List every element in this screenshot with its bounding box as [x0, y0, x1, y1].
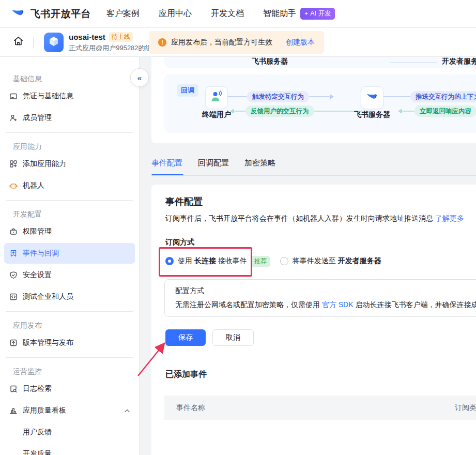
sidebar-item-credentials[interactable]: 凭证与基础信息	[4, 86, 135, 107]
sidebar-item-label: 开发质量	[23, 449, 52, 455]
home-button[interactable]	[11, 36, 25, 49]
sidebar-item-members[interactable]: 成员管理	[4, 108, 135, 128]
config-method-title: 配置方式	[175, 286, 204, 296]
flow-line	[309, 96, 330, 97]
respond-flow-pill: 立即返回响应内容	[414, 105, 476, 117]
tab-event-config[interactable]: 事件配置	[151, 157, 182, 169]
feedback-flow-arrow: 反馈用户的交互行为	[230, 105, 372, 117]
arrow-left-icon	[230, 109, 234, 114]
nav-item-customer-cases[interactable]: 客户案例	[106, 8, 140, 19]
feishu-logo[interactable]: 飞书开放平台	[10, 5, 91, 23]
id-card-icon	[9, 92, 18, 100]
sidebar-item-quality-board[interactable]: 应用质量看板	[4, 400, 135, 421]
column-header-subscribe-type: 订阅类型	[455, 403, 476, 413]
sidebar-item-label: 测试企业和人员	[23, 292, 73, 301]
radio-unselected-icon[interactable]	[280, 257, 288, 265]
app-subtitle: 正式应用@用户995282的组织	[69, 43, 159, 53]
sidebar-item-label: 用户反馈	[23, 428, 52, 437]
sidebar-item-events-callbacks[interactable]: 事件与回调	[4, 243, 135, 264]
collapse-chevrons-icon: «	[137, 73, 142, 82]
event-flow-panel-partial: 飞书服务器 开发者服务器	[164, 57, 476, 68]
event-config-description: 订阅事件后，飞书开放平台将会在事件（如机器人入群）发生时向请求地址推送消息 了解…	[165, 214, 464, 223]
callback-badge: 回调	[177, 84, 198, 97]
top-navigation-bar: 飞书开放平台 客户案例 应用中心 开发文档 智能助手 ✦ AI 开发	[0, 0, 476, 28]
end-user-node	[205, 86, 228, 109]
ai-dev-badge[interactable]: ✦ AI 开发	[300, 8, 335, 20]
sidebar-item-label: 添加应用能力	[23, 159, 66, 169]
sidebar-divider	[6, 200, 133, 201]
feishu-server-label-partial: 飞书服务器	[252, 57, 288, 66]
push-flow-pill: 推送交互行为的上下文	[410, 91, 476, 102]
section-title-app-capability: 应用能力	[13, 141, 139, 151]
status-badge: 待上线	[109, 32, 133, 42]
flow-line-partial	[390, 62, 437, 63]
warning-icon: !	[158, 38, 166, 47]
banner-text: 应用发布后，当前配置方可生效	[171, 38, 272, 47]
sparkle-icon: ✦	[304, 10, 309, 17]
tab-encryption-strategy[interactable]: 加密策略	[244, 157, 275, 169]
sidebar-item-label: 日志检索	[23, 384, 52, 393]
code-square-icon	[9, 293, 18, 301]
top-nav-menu: 客户案例 应用中心 开发文档 智能助手 ✦ AI 开发	[106, 8, 335, 20]
chevron-up-icon[interactable]	[125, 409, 130, 413]
tab-callback-config[interactable]: 回调配置	[198, 157, 229, 169]
flow-line	[402, 111, 414, 112]
create-version-link[interactable]: 创建版本	[286, 38, 315, 47]
sidebar-collapse-button[interactable]: «	[130, 68, 149, 87]
developer-server-label-partial: 开发者服务器	[442, 57, 476, 66]
sidebar-item-label: 成员管理	[23, 113, 52, 123]
respond-flow-arrow: 立即返回响应内容	[398, 105, 476, 117]
log-search-icon	[9, 385, 18, 393]
cancel-button[interactable]: 取消	[212, 329, 254, 346]
sidebar-subitem-user-feedback[interactable]: 用户反馈	[4, 422, 135, 443]
bar-chart-icon	[9, 406, 18, 415]
section-title-dev-config: 开发配置	[13, 209, 139, 219]
config-method-box: 配置方式 无需注册公网域名或配置加密策略，仅需使用 官方 SDK 启动长连接飞书…	[164, 279, 476, 317]
sidebar-item-permissions[interactable]: 权限管理	[4, 221, 135, 242]
learn-more-link[interactable]: 了解更多	[435, 214, 464, 222]
radio-selected-icon[interactable]	[165, 257, 174, 265]
subscribe-method-options: 使用 长连接 接收事件 推荐 将事件发送至 开发者服务器	[165, 255, 381, 267]
sidebar-item-version-release[interactable]: 版本管理与发布	[4, 332, 135, 353]
feishu-logo-icon	[10, 5, 26, 23]
platform-title: 飞书开放平台	[30, 7, 91, 21]
nav-item-ai-assistant[interactable]: 智能助手	[263, 8, 296, 19]
nav-item-app-center[interactable]: 应用中心	[159, 8, 192, 19]
official-sdk-link[interactable]: 官方 SDK	[322, 300, 354, 309]
sidebar-divider	[6, 311, 133, 312]
sidebar-item-add-capability[interactable]: 添加应用能力	[4, 154, 135, 174]
callback-flow-panel: 回调 终端用户 触发特定交互行为	[164, 74, 476, 133]
feishu-open-platform-console: 飞书开放平台 客户案例 应用中心 开发文档 智能助手 ✦ AI 开发	[0, 0, 476, 455]
nav-item-dev-docs[interactable]: 开发文档	[211, 8, 244, 19]
subscribe-method-label: 订阅方式	[165, 238, 194, 247]
sidebar-item-label: 版本管理与发布	[23, 338, 73, 347]
save-button[interactable]: 保存	[165, 329, 206, 346]
form-actions: 保存 取消	[165, 329, 254, 346]
column-header-event-name: 事件名称	[176, 403, 205, 413]
feishu-server-icon	[365, 90, 379, 105]
end-user-icon	[209, 89, 224, 106]
sidebar-item-security[interactable]: 安全设置	[4, 265, 135, 285]
grid-plus-icon	[9, 160, 18, 168]
sidebar-divider	[6, 132, 133, 133]
option-developer-server[interactable]: 将事件发送至 开发者服务器	[280, 256, 381, 266]
event-config-card: 事件配置 订阅事件后，飞书开放平台将会在事件（如机器人入群）发生时向请求地址推送…	[151, 185, 476, 455]
tabs-bottom-border	[151, 175, 476, 176]
sidebar-subitem-dev-quality[interactable]: 开发质量	[4, 444, 135, 455]
arrow-right-icon	[330, 94, 334, 99]
sidebar: 基础信息 凭证与基础信息 成员管理 应用能力	[0, 57, 140, 455]
header-divider	[33, 37, 34, 48]
sidebar-item-label: 权限管理	[23, 227, 52, 236]
sidebar-item-log-search[interactable]: 日志检索	[4, 378, 135, 399]
event-subscribe-icon	[9, 249, 18, 257]
app-meta: uosai-test 待上线 正式应用@用户995282的组织	[69, 32, 159, 53]
flow-line	[227, 96, 247, 97]
sidebar-item-test-company[interactable]: 测试企业和人员	[4, 286, 135, 307]
event-config-title: 事件配置	[165, 195, 203, 208]
option-long-connection[interactable]: 使用 长连接 接收事件 推荐	[165, 256, 270, 267]
config-method-text: 无需注册公网域名或配置加密策略，仅需使用 官方 SDK 启动长连接飞书客户端，并…	[175, 300, 476, 310]
app-avatar	[44, 33, 64, 52]
sidebar-item-bot[interactable]: 机器人	[4, 175, 135, 196]
sidebar-item-label: 事件与回调	[23, 249, 59, 258]
push-flow-arrow: 推送交互行为的上下文	[383, 91, 476, 102]
